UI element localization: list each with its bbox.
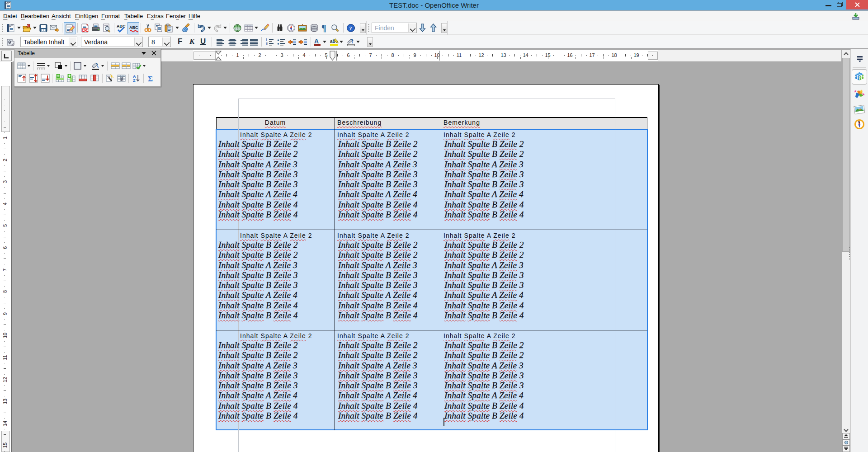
svg-text:ABC: ABC <box>117 24 126 28</box>
svg-text:Z: Z <box>133 78 136 83</box>
svg-text:ABC: ABC <box>129 25 138 30</box>
svg-text:PDF: PDF <box>83 29 89 32</box>
svg-text:¶: ¶ <box>321 24 326 33</box>
svg-text:II: II <box>266 42 269 46</box>
svg-text:I: I <box>266 38 267 42</box>
svg-text:?: ? <box>349 25 352 32</box>
svg-text:N: N <box>858 121 860 123</box>
svg-text:Σ: Σ <box>148 75 153 83</box>
svg-text:A: A <box>314 38 319 45</box>
